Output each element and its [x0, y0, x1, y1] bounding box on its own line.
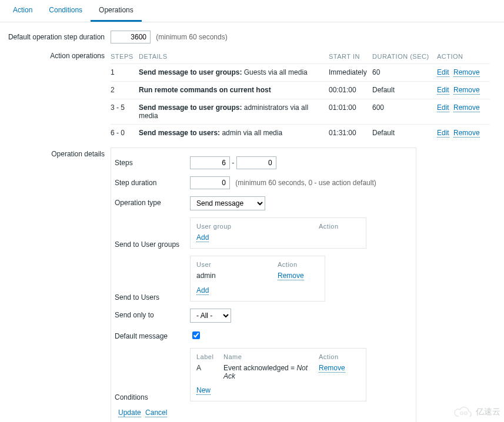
label-default-message: Default message — [111, 330, 190, 340]
operations-table: Steps Details Start in Duration (sec) Ac… — [111, 49, 490, 142]
remove-condition-link[interactable]: Remove — [319, 364, 345, 373]
col-action: Action — [319, 353, 360, 360]
edit-link[interactable]: Edit — [437, 129, 449, 138]
step-from-input[interactable] — [190, 156, 230, 169]
operation-type-select[interactable]: Send message — [190, 196, 265, 210]
label-steps: Steps — [111, 156, 190, 167]
cell-details: Run remote commands on current host — [139, 82, 329, 99]
user-group-box: User group Action Add — [190, 217, 366, 249]
add-user-group-link[interactable]: Add — [196, 233, 209, 242]
col-name: Name — [223, 353, 319, 360]
svg-point-1 — [465, 412, 468, 415]
remove-link[interactable]: Remove — [453, 103, 480, 112]
cell-start: 01:31:00 — [329, 125, 372, 142]
cancel-link[interactable]: Cancel — [145, 408, 167, 417]
col-action: Action — [437, 49, 490, 64]
col-label: Label — [196, 353, 223, 360]
edit-link[interactable]: Edit — [437, 86, 449, 95]
label-send-only-to: Send only to — [111, 309, 190, 319]
col-action: Action — [278, 261, 319, 268]
label-action-operations: Action operations — [5, 49, 111, 60]
update-link[interactable]: Update — [118, 408, 141, 417]
table-row: 6 - 0 Send message to users: admin via a… — [111, 125, 490, 142]
default-message-checkbox[interactable] — [192, 331, 200, 339]
col-start-in: Start in — [329, 49, 372, 64]
operation-details-box: Steps - Step duration (minimum 60 second… — [111, 148, 416, 422]
cond-label: A — [196, 364, 223, 380]
svg-point-0 — [460, 412, 463, 415]
dash: - — [232, 159, 234, 167]
watermark-text: 亿速云 — [476, 407, 500, 417]
conditions-box: Label Name Action A Event acknowledged =… — [190, 348, 366, 401]
add-user-link[interactable]: Add — [196, 286, 209, 295]
cond-name: Event acknowledged = Not Ack — [223, 364, 319, 380]
cell-steps: 6 - 0 — [111, 125, 139, 142]
edit-link[interactable]: Edit — [437, 68, 449, 77]
send-only-to-select[interactable]: - All - — [190, 309, 231, 323]
user-box: User Action admin Remove Add — [190, 256, 325, 302]
table-row: 3 - 5 Send message to user groups: admin… — [111, 99, 490, 125]
label-default-step-duration: Default operation step duration — [5, 31, 111, 41]
cell-details: Send message to users: admin via all med… — [139, 125, 329, 142]
table-row: 1 Send message to user groups: Guests vi… — [111, 64, 490, 82]
new-condition-link[interactable]: New — [196, 386, 211, 395]
cell-steps: 1 — [111, 64, 139, 82]
tab-operations[interactable]: Operations — [91, 0, 142, 22]
hint-min-60: (minimum 60 seconds) — [156, 33, 227, 41]
cell-details: Send message to user groups: administrat… — [139, 99, 329, 125]
label-operation-type: Operation type — [111, 196, 190, 207]
cell-steps: 3 - 5 — [111, 99, 139, 125]
table-row: 2 Run remote commands on current host 00… — [111, 82, 490, 99]
edit-link[interactable]: Edit — [437, 103, 449, 112]
tab-action[interactable]: Action — [5, 0, 41, 22]
watermark: 亿速云 — [453, 406, 500, 418]
cell-details: Send message to user groups: Guests via … — [139, 64, 329, 82]
hint-step-duration: (minimum 60 seconds, 0 - use action defa… — [235, 179, 376, 187]
label-send-to-users: Send to Users — [111, 291, 190, 302]
cell-duration: 60 — [372, 64, 437, 82]
cell-duration: 600 — [372, 99, 437, 125]
remove-link[interactable]: Remove — [453, 86, 480, 95]
user-name: admin — [196, 272, 278, 280]
col-details: Details — [139, 49, 329, 64]
col-duration: Duration (sec) — [372, 49, 437, 64]
label-step-duration: Step duration — [111, 176, 190, 187]
cell-duration: Default — [372, 125, 437, 142]
default-step-duration-input[interactable] — [111, 31, 151, 43]
label-operation-details: Operation details — [5, 148, 111, 158]
cell-start: Immediately — [329, 64, 372, 82]
col-action: Action — [319, 223, 360, 230]
step-duration-input[interactable] — [190, 176, 230, 189]
cell-start: 00:01:00 — [329, 82, 372, 99]
label-conditions: Conditions — [111, 391, 190, 401]
form-area: Default operation step duration (minimum… — [0, 22, 504, 422]
cell-start: 01:01:00 — [329, 99, 372, 125]
cloud-icon — [453, 406, 473, 418]
cell-steps: 2 — [111, 82, 139, 99]
col-user: User — [196, 261, 278, 268]
label-send-to-user-groups: Send to User groups — [111, 238, 190, 249]
step-to-input[interactable] — [236, 156, 276, 169]
cell-duration: Default — [372, 82, 437, 99]
remove-link[interactable]: Remove — [453, 129, 480, 138]
tab-conditions[interactable]: Conditions — [41, 0, 91, 22]
remove-link[interactable]: Remove — [453, 68, 480, 77]
col-steps: Steps — [111, 49, 139, 64]
col-user-group: User group — [196, 223, 319, 230]
tabs: Action Conditions Operations — [0, 0, 504, 22]
remove-user-link[interactable]: Remove — [278, 272, 304, 280]
